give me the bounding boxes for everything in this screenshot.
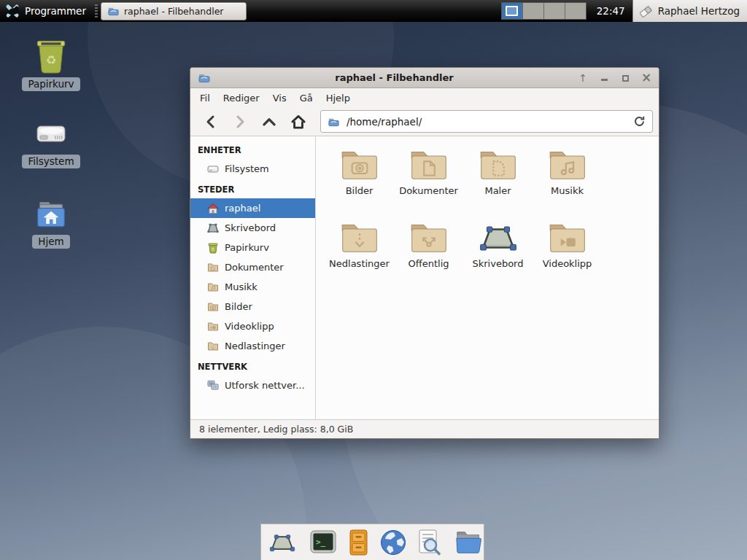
harddisk-icon (207, 163, 219, 175)
sidebar-section-steder: STEDER (190, 179, 315, 198)
desktop-icon-home[interactable]: Hjem (16, 198, 86, 249)
user-menu-button[interactable]: Raphael Hertzog (632, 0, 747, 22)
workspace-1[interactable] (502, 3, 522, 19)
desktop-icon (477, 219, 519, 256)
svg-text:♻: ♻ (46, 53, 57, 67)
sidebar-item-skrivebord[interactable]: Skrivebord (190, 218, 315, 238)
taskbar-window-label: raphael - Filbehandler (124, 6, 224, 17)
file-label: Nedlastinger (329, 258, 390, 269)
close-button[interactable]: × (641, 71, 651, 84)
mini-window-icon (506, 6, 518, 16)
folder-icon (207, 281, 219, 293)
file-maler[interactable]: Maler (463, 147, 533, 219)
sidebar-item-bilder[interactable]: Bilder (190, 297, 315, 316)
sidebar-item-dokumenter[interactable]: Dokumenter (190, 257, 315, 277)
folder-icon (207, 341, 219, 352)
desktop-icon-label: Papirkurv (22, 77, 80, 91)
sidebar-item-label: Dokumenter (225, 262, 284, 273)
forward-icon (232, 113, 248, 131)
workspace-switcher (501, 2, 587, 20)
eraser-icon (639, 4, 653, 18)
back-icon (203, 113, 219, 131)
file-videoklipp[interactable]: Videoklipp (533, 219, 602, 292)
menu-vis[interactable]: Vis (266, 90, 293, 106)
home-button[interactable] (285, 110, 311, 133)
back-button[interactable] (198, 110, 224, 133)
menu-fil[interactable]: Fil (193, 90, 217, 106)
sidebar-item-label: raphael (225, 203, 260, 214)
menu-rediger[interactable]: Rediger (217, 90, 266, 106)
location-bar (320, 110, 653, 133)
trash-icon: ♻ (34, 38, 69, 74)
desktop-icon-filesystem[interactable]: Filsystem (16, 117, 86, 168)
sidebar-item-raphael[interactable]: raphael (190, 198, 315, 218)
file-manager-window: raphael - Filbehandler ↑ × Fil Rediger V… (190, 67, 659, 439)
applications-menu-label: Programmer (25, 5, 86, 17)
maximize-icon (622, 75, 629, 82)
file-musikk[interactable]: Musikk (533, 147, 602, 219)
sidebar-item-musikk[interactable]: Musikk (190, 277, 315, 297)
folder-icon (207, 262, 219, 273)
folder-icon (207, 301, 219, 313)
sidebar-item-label: Papirkurv (225, 242, 269, 253)
home-icon (207, 203, 219, 214)
menu-ga[interactable]: Gå (293, 90, 320, 106)
menu-hjelp[interactable]: Hjelp (320, 90, 357, 106)
workspace-2[interactable] (523, 3, 543, 19)
clock: 22:47 (597, 5, 625, 17)
folder-icon (107, 5, 120, 17)
dock-file-manager[interactable] (454, 528, 484, 557)
svg-text:♻: ♻ (211, 246, 214, 251)
reload-icon[interactable] (633, 115, 646, 128)
dock-terminal[interactable]: >_ (309, 528, 338, 557)
dock-show-desktop[interactable] (268, 528, 297, 557)
menu-bar: Fil Rediger Vis Gå Hjelp (190, 88, 659, 107)
web-browser-icon (379, 528, 408, 557)
terminal-icon: >_ (309, 528, 338, 557)
sidebar-section-enheter: ENHETER (190, 139, 315, 159)
file-dokumenter[interactable]: Dokumenter (394, 147, 463, 219)
maximize-button[interactable] (620, 73, 630, 83)
folder-icon (198, 71, 211, 84)
file-label: Musikk (551, 185, 584, 196)
path-input[interactable] (345, 115, 628, 128)
file-nedlastinger[interactable]: Nedlastinger (325, 219, 394, 292)
up-icon (260, 113, 278, 131)
folder-downloads-icon (338, 219, 381, 256)
shade-button[interactable]: ↑ (578, 73, 588, 83)
applications-menu-button[interactable]: Programmer (0, 0, 92, 22)
desktop-icon-trash[interactable]: ♻ Papirkurv (16, 38, 86, 91)
sidebar-item-label: Nedlastinger (225, 341, 285, 351)
dock: >_ (260, 524, 484, 560)
file-offentlig[interactable]: Offentlig (394, 219, 463, 292)
user-name: Raphael Hertzog (658, 5, 740, 17)
sidebar-item-nedlastinger[interactable]: Nedlastinger (190, 336, 315, 356)
sidebar-item-label: Skrivebord (225, 222, 276, 233)
network-icon (207, 380, 219, 392)
sidebar-item-filsystem[interactable]: Filsystem (190, 159, 315, 179)
minimize-button[interactable] (599, 73, 609, 83)
taskbar-window-button[interactable]: raphael - Filbehandler (101, 2, 247, 20)
sidebar-item-papirkurv[interactable]: ♻ Papirkurv (190, 238, 315, 257)
sidebar-item-utforsk-nettverk[interactable]: Utforsk nettver... (190, 376, 315, 395)
up-button[interactable] (256, 110, 282, 133)
folder-icon (207, 321, 219, 332)
sidebar-item-videoklipp[interactable]: Videoklipp (190, 316, 315, 336)
forward-button[interactable] (227, 110, 253, 133)
window-titlebar[interactable]: raphael - Filbehandler ↑ × (190, 68, 659, 88)
file-label: Offentlig (409, 258, 449, 269)
dock-web-browser[interactable] (379, 528, 408, 557)
file-cabinet-icon (344, 528, 373, 557)
file-skrivebord[interactable]: Skrivebord (463, 219, 533, 292)
file-manager-folder-icon (454, 529, 484, 556)
folder-templates-icon (477, 147, 519, 183)
dock-document-search[interactable] (414, 528, 443, 557)
file-bilder[interactable]: Bilder (325, 147, 394, 219)
workspace-4[interactable] (565, 3, 586, 19)
folder-pictures-icon (338, 147, 381, 183)
dock-file-cabinet[interactable] (344, 528, 373, 557)
file-label: Dokumenter (399, 185, 458, 196)
xfce-mouse-icon (4, 3, 20, 19)
home-icon (290, 113, 307, 131)
workspace-3[interactable] (544, 3, 565, 19)
